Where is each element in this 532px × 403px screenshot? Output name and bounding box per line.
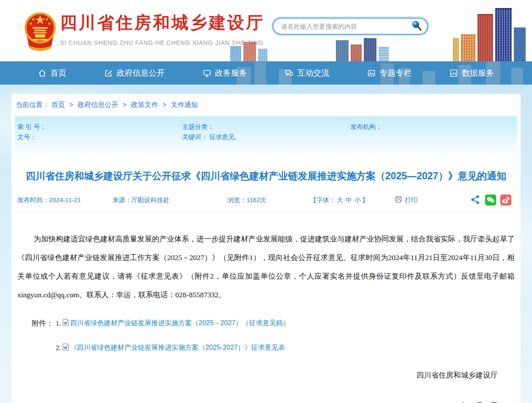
word-doc-icon: W	[63, 319, 69, 328]
nav-item-special-topics[interactable]: 专题专栏	[367, 68, 412, 79]
buildings-decoration-mid2	[336, 38, 391, 61]
breadcrumb-item-home[interactable]: 首页	[51, 101, 65, 108]
svg-text:W: W	[64, 345, 68, 350]
article-source: 来源：厅勘设科技处	[112, 196, 227, 204]
word-doc-icon: W	[63, 343, 69, 352]
breadcrumb-item-policy-docs[interactable]: 政策文件	[131, 101, 158, 108]
share-nodes-icon	[470, 200, 480, 206]
nav-item-data-services[interactable]: 数据服务	[450, 68, 494, 79]
nav-item-label: 首页	[50, 68, 66, 79]
site-header: 四川省住房和城乡建设厅 SI CHUAN SHENG ZHU FANG HE C…	[0, 0, 532, 61]
nav-item-label: 互动交流	[297, 68, 329, 79]
magnifier-icon	[411, 26, 422, 33]
edit-square-icon	[104, 69, 113, 77]
svg-text:W: W	[64, 321, 68, 325]
font-size-small[interactable]: 小	[355, 196, 361, 203]
site-title-block: 四川省住房和城乡建设厅 SI CHUAN SHENG ZHU FANG HE C…	[60, 11, 265, 46]
monitor-icon	[203, 69, 211, 77]
wechat-share-button[interactable]	[485, 195, 496, 206]
nav-item-label: 数据服务	[462, 68, 494, 79]
nav-item-label: 专题专栏	[379, 68, 412, 79]
nav-building-silhouette	[423, 71, 435, 85]
article-signature: 四川省住房和城乡建设厅	[11, 370, 521, 380]
doc-publisher-field: 发布机构：	[350, 123, 517, 131]
font-size-control: 【字体：大中小】	[310, 196, 395, 204]
search-box	[273, 18, 428, 35]
attachment-link-2[interactable]: 《四川省绿色建材产业链发展推进实施方案（2025-2027）》征求意见表	[70, 343, 285, 352]
breadcrumb-item-notices[interactable]: 文件通知	[171, 101, 198, 108]
share-bar	[470, 195, 511, 206]
breadcrumb-item-gov-info[interactable]: 政府信息公开	[78, 101, 118, 108]
main-nav: 首页 政府信息公开 政务服务	[0, 61, 532, 85]
page: 四川省住房和城乡建设厅 SI CHUAN SHENG ZHU FANG HE C…	[0, 0, 532, 403]
nav-item-gov-info[interactable]: 政府信息公开	[104, 68, 165, 79]
attachments-section: 附件： 1. W 四川省绿色建材产业链发展推进实施方案（2025－2027）（征…	[32, 318, 521, 352]
nav-item-label: 政务服务	[215, 68, 247, 79]
printer-icon	[395, 196, 402, 204]
bar-chart-icon	[450, 69, 458, 77]
view-count: 浏览：1162次	[227, 196, 310, 204]
nav-building-silhouette	[254, 62, 266, 85]
weibo-icon	[500, 200, 511, 207]
doc-keywords-field: 关键词： 征求意见,	[182, 133, 350, 141]
home-icon	[38, 69, 46, 77]
buildings-decoration-right	[453, 8, 528, 61]
breadcrumb-label: 当前位置：	[16, 101, 49, 108]
national-emblem-logo	[23, 8, 57, 52]
share-button[interactable]	[470, 195, 481, 206]
nav-item-label: 政府信息公开	[117, 68, 165, 79]
doc-number-field: 文号：	[17, 133, 182, 141]
chat-bubbles-icon	[285, 69, 293, 77]
font-size-medium[interactable]: 中	[346, 196, 352, 203]
attachment-link-1[interactable]: 四川省绿色建材产业链发展推进实施方案（2025－2027）（征求意见稿）	[70, 319, 289, 328]
article-meta-row: 发布时间：2024-11-21 来源：厅勘设科技处 浏览：1162次 【字体：大…	[15, 195, 517, 212]
breadcrumb-separator: >	[69, 101, 73, 108]
buildings-decoration-mid	[230, 42, 270, 61]
site-title: 四川省住房和城乡建设厅	[60, 11, 265, 34]
breadcrumb-separator: >	[123, 101, 126, 108]
attachments-label: 附件：	[32, 318, 53, 328]
doc-info-panel: 索 引 号： 主题分类： 发布机构： 文号： 关键词： 征求意见,	[15, 116, 517, 158]
attachment-row: 2. W 《四川省绿色建材产业链发展推进实施方案（2025-2027）》征求意见…	[56, 343, 521, 352]
album-icon	[367, 69, 376, 77]
doc-category-field: 主题分类：	[182, 123, 350, 131]
attachment-row: 附件： 1. W 四川省绿色建材产业链发展推进实施方案（2025－2027）（征…	[32, 318, 521, 328]
nav-item-home[interactable]: 首页	[38, 68, 66, 79]
weibo-share-button[interactable]	[500, 195, 511, 206]
article-paragraph: 为加快构建适宜绿色建材高质量发展的产业体系，进一步提升建材产业发展能级，促进建筑…	[17, 230, 515, 304]
search-button[interactable]	[410, 20, 423, 33]
nav-item-services[interactable]: 政务服务	[203, 68, 247, 79]
search-input[interactable]	[281, 23, 410, 30]
article-date: 2024年11月21日	[11, 400, 521, 403]
content-box: 当前位置： 首页 > 政府信息公开 > 政策文件 > 文件通知 索 引 号： 主…	[11, 94, 521, 403]
article-title: 四川省住房和城乡建设厅关于公开征求《四川省绿色建材产业链发展推进实施方案（202…	[24, 168, 508, 184]
nav-building-silhouette	[511, 68, 523, 85]
print-button[interactable]: 打印	[395, 196, 417, 204]
font-size-large[interactable]: 大	[337, 196, 343, 203]
wechat-icon	[485, 200, 496, 207]
nav-item-interaction[interactable]: 互动交流	[285, 68, 329, 79]
breadcrumb-separator: >	[162, 101, 166, 108]
doc-index-field: 索 引 号：	[17, 123, 182, 131]
breadcrumb: 当前位置： 首页 > 政府信息公开 > 政策文件 > 文件通知	[11, 94, 521, 114]
publish-time: 发布时间：2024-11-21	[17, 196, 112, 204]
